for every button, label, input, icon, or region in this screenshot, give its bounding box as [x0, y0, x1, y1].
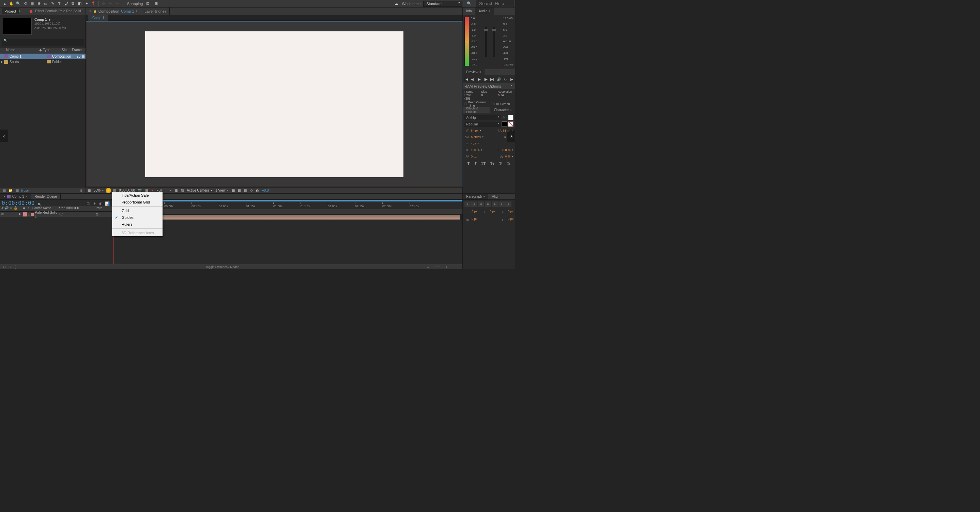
motion-blur-icon[interactable]: ◐: [98, 201, 103, 206]
camera-tool-icon[interactable]: ▦: [29, 1, 35, 7]
prev-slide-button[interactable]: ‹: [0, 129, 8, 142]
skip-value[interactable]: 0: [481, 93, 497, 97]
kerning-value[interactable]: Metrics: [471, 136, 481, 139]
next-frame-icon[interactable]: |▶: [483, 77, 488, 82]
sync-icon[interactable]: ☁: [393, 1, 399, 7]
timecode-display[interactable]: 0:00:00:00: [2, 200, 34, 206]
zoom-slider[interactable]: ━━━: [435, 265, 440, 269]
menu-grid[interactable]: Grid: [112, 207, 162, 214]
time-ruler[interactable]: 00:15s00:30s00:45s01:00s01:15s01:30s01:4…: [113, 200, 462, 209]
axis-view-icon[interactable]: ⊹: [114, 1, 120, 7]
render-icon[interactable]: ⊡: [7, 264, 13, 270]
comp-tab-menu-icon[interactable]: ≡: [136, 10, 138, 13]
comp-name-header[interactable]: Comp 1 ▼: [34, 18, 66, 21]
pan-behind-tool-icon[interactable]: ⊕: [36, 1, 42, 7]
trash-icon[interactable]: 🗑: [79, 188, 84, 193]
camera-dropdown[interactable]: Active Camera: [186, 188, 213, 193]
indent-left-value[interactable]: 0 px: [472, 210, 477, 215]
shy-icon[interactable]: ⊡: [85, 201, 91, 206]
composition-tab-label[interactable]: Composition: [99, 9, 119, 13]
ram-options-dropdown[interactable]: RAM Preview Options: [465, 84, 514, 88]
timeline-icon[interactable]: ▦: [243, 188, 248, 193]
workspace-dropdown[interactable]: Standard: [423, 1, 462, 7]
menu-guides[interactable]: Guides: [112, 214, 162, 221]
col-name[interactable]: Name: [0, 48, 38, 53]
brackets-icon[interactable]: {}: [13, 264, 18, 270]
col-type[interactable]: Type: [43, 48, 62, 53]
no-fill-swatch[interactable]: [501, 121, 507, 127]
parent-header[interactable]: Pare: [96, 206, 113, 211]
fast-preview-icon[interactable]: ▦: [237, 188, 242, 193]
snap-icon[interactable]: ⊡: [145, 1, 151, 7]
roto-tool-icon[interactable]: ✦: [83, 1, 90, 7]
roi-icon[interactable]: ▦: [173, 188, 178, 193]
preview-tab[interactable]: Preview≡: [463, 69, 485, 75]
view-dropdown[interactable]: 1 View: [214, 188, 230, 193]
close-tab-icon[interactable]: ×: [89, 9, 91, 13]
mute-icon[interactable]: 🔊: [496, 77, 501, 82]
composition-name-link[interactable]: Comp 1: [121, 9, 134, 13]
font-style-dropdown[interactable]: Regular: [465, 122, 501, 127]
selection-tool-icon[interactable]: ▲: [2, 1, 8, 7]
grid-options-button[interactable]: [106, 188, 111, 193]
lock-icon[interactable]: 🔒: [93, 10, 97, 13]
paragraph-tab[interactable]: Paragraph≡: [463, 194, 488, 199]
solo-switch-icon[interactable]: ●: [9, 206, 13, 211]
audio-slider-left[interactable]: [485, 27, 487, 57]
new-folder-icon[interactable]: 📁: [8, 188, 13, 193]
eraser-tool-icon[interactable]: ◧: [77, 1, 83, 7]
orbit-tool-icon[interactable]: ⟲: [22, 1, 28, 7]
zoom-tool-icon[interactable]: 🔍: [15, 1, 21, 7]
hscale-value[interactable]: 100 %: [502, 148, 511, 152]
label-col-icon[interactable]: ◆: [22, 206, 26, 211]
font-size-value[interactable]: 84 px: [471, 129, 479, 132]
font-family-dropdown[interactable]: Arkhip: [465, 115, 501, 120]
comp-flow-tab[interactable]: Comp 1: [89, 15, 108, 21]
fill-swatch[interactable]: [508, 115, 514, 120]
effect-controls-label[interactable]: Effect Controls Pale Red Solid 1: [35, 9, 84, 13]
puppet-tool-icon[interactable]: 📍: [90, 1, 96, 7]
project-search-input[interactable]: [2, 39, 84, 46]
play-icon[interactable]: ▶: [477, 77, 482, 82]
align-center-icon[interactable]: ≡: [471, 201, 477, 207]
search-help-input[interactable]: [476, 0, 514, 7]
justify-right-icon[interactable]: ≡: [498, 201, 505, 207]
col-size[interactable]: Size: [62, 48, 72, 53]
transparency-icon[interactable]: ▨: [180, 188, 185, 193]
timeline-comp-tab[interactable]: × Comp 1 ≡: [0, 194, 31, 199]
exposure-reset-icon[interactable]: ◐: [255, 188, 260, 193]
flowchart-icon[interactable]: ⊞: [80, 54, 86, 58]
project-tab-menu-icon[interactable]: ≡: [19, 10, 21, 13]
indent-first-value[interactable]: 0 px: [490, 210, 495, 215]
space-before-value[interactable]: 0 px: [472, 217, 477, 223]
subscript-icon[interactable]: T₁: [506, 161, 512, 166]
lock-switch-icon[interactable]: 🔒: [13, 206, 18, 211]
shape-tool-icon[interactable]: ▭: [43, 1, 49, 7]
col-label-icon[interactable]: ◆: [38, 48, 43, 53]
frame-blend-icon[interactable]: ✦: [92, 201, 97, 206]
align-right-icon[interactable]: ≡: [478, 201, 484, 207]
zoom-out-icon[interactable]: ▲: [426, 265, 430, 269]
text-tool-icon[interactable]: T: [56, 1, 62, 7]
stroke-swatch[interactable]: [508, 121, 514, 127]
clone-tool-icon[interactable]: ⧉: [70, 1, 76, 7]
resolution-value[interactable]: Auto: [498, 93, 514, 97]
space-after-value[interactable]: 0 px: [508, 217, 514, 223]
canvas[interactable]: [145, 31, 403, 177]
allcaps-icon[interactable]: TT: [480, 161, 487, 166]
prev-frame-icon[interactable]: ◀|: [470, 77, 476, 82]
bpc-label[interactable]: 8 bpc: [21, 189, 29, 192]
ram-preview-icon[interactable]: ▶: [509, 77, 514, 82]
last-frame-icon[interactable]: ▶|: [490, 77, 495, 82]
timeline-search-icon[interactable]: 🔍: [38, 203, 41, 206]
project-item-comp[interactable]: Comp 1 Composition 25 ⊞: [0, 54, 86, 59]
interpret-footage-icon[interactable]: ▦: [2, 188, 6, 193]
audio-slider-right[interactable]: [493, 27, 495, 57]
graph-editor-icon[interactable]: 📊: [105, 201, 110, 206]
align-left-icon[interactable]: ≡: [465, 201, 471, 207]
justify-center-icon[interactable]: ≡: [492, 201, 498, 207]
justify-all-icon[interactable]: ≡: [505, 201, 511, 207]
eyedropper-icon[interactable]: ✎: [501, 115, 507, 120]
video-switch-icon[interactable]: 👁: [0, 206, 5, 211]
align-tab[interactable]: Align: [488, 194, 503, 199]
